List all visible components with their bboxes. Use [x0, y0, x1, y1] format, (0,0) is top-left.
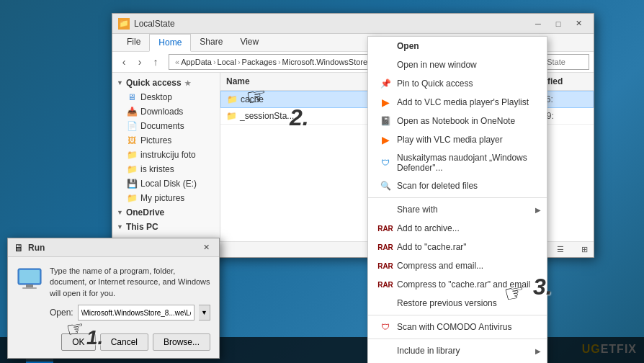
ctx-sep-1: [368, 197, 547, 198]
ctx-library-arrow: ▶: [535, 347, 541, 355]
ctx-compress-email-icon: RAR: [380, 260, 391, 272]
ctx-comodo[interactable]: 🛡 Scan with COMODO Antivirus: [368, 318, 547, 336]
tab-home[interactable]: Home: [149, 34, 191, 52]
ctx-add-archive[interactable]: RAR Add to archive...: [368, 219, 547, 238]
svg-rect-3: [22, 287, 37, 289]
ctx-sep-2: [368, 315, 547, 315]
context-menu: Open Open in new window 📌 Pin to Quick a…: [367, 36, 547, 363]
this-pc-header[interactable]: ▼ This PC: [112, 220, 220, 234]
ctx-onenote-icon: 📓: [380, 115, 391, 127]
up-button[interactable]: ↑: [148, 55, 163, 69]
run-dialog: 🖥 Run ✕ Type the name of a program, fold…: [7, 238, 220, 359]
ctx-compress-cache-icon: RAR: [380, 279, 391, 290]
ctx-restore-icon: [380, 297, 391, 309]
ctx-cache-rar-icon: RAR: [380, 241, 391, 253]
back-button[interactable]: ‹: [117, 55, 131, 69]
sidebar-item-pictures[interactable]: 🖼 Pictures: [112, 133, 220, 148]
run-text-area: Type the name of a program, folder, docu…: [50, 266, 210, 321]
ctx-pin-quick-access[interactable]: 📌 Pin to Quick access: [368, 74, 547, 93]
sidebar-item-my-pictures[interactable]: 📁 My pictures: [112, 191, 220, 205]
is-kristes-folder-icon: 📁: [127, 164, 137, 174]
ctx-restore-versions[interactable]: Restore previous versions: [368, 294, 547, 313]
sidebar-documents-label: Documents: [140, 121, 184, 131]
view-icon-tiles[interactable]: ⊞: [581, 245, 588, 254]
run-path-input[interactable]: [78, 305, 194, 321]
ctx-onenote[interactable]: 📓 Open as Notebook in OneNote: [368, 112, 547, 130]
run-title: Run: [28, 243, 199, 253]
onedrive-header[interactable]: ▼ OneDrive: [112, 205, 220, 220]
this-pc-arrow: ▼: [117, 223, 123, 230]
view-icon-list[interactable]: ☰: [557, 245, 564, 254]
ctx-pin-start[interactable]: Pin to Start: [368, 360, 547, 363]
documents-folder-icon: 📄: [127, 121, 137, 131]
run-body: Type the name of a program, folder, docu…: [8, 257, 219, 329]
ctx-open-new-window[interactable]: Open in new window: [368, 55, 547, 74]
svg-rect-2: [26, 284, 33, 287]
ctx-pin-icon: 📌: [380, 78, 391, 89]
ctx-defender[interactable]: 🛡 Nuskaitymas naudojant „Windows Defende…: [368, 149, 547, 176]
ctx-compress-email[interactable]: RAR Compress and email...: [368, 256, 547, 275]
ctx-new-window-icon: [380, 59, 391, 71]
sidebar-item-local-disk[interactable]: 💾 Local Disk (E:): [112, 176, 220, 191]
sidebar-desktop-label: Desktop: [140, 92, 172, 102]
path-local: Local: [218, 58, 236, 66]
ctx-open[interactable]: Open: [368, 37, 547, 55]
tab-file[interactable]: File: [118, 34, 149, 51]
run-title-icon: 🖥: [14, 242, 24, 254]
quick-access-header[interactable]: ▼ Quick access ★: [112, 76, 220, 90]
run-dropdown[interactable]: ▼: [199, 305, 210, 321]
ctx-add-archive-icon: RAR: [380, 223, 391, 234]
ctx-include-library[interactable]: Include in library ▶: [368, 341, 547, 360]
ctx-open-icon: [380, 40, 391, 52]
titlebar: 📁 LocalState ─ □ ✕: [112, 14, 594, 34]
desktop: 📁 LocalState ─ □ ✕ File Home Share View …: [0, 0, 644, 363]
ctx-comodo-icon: 🛡: [380, 321, 391, 333]
ok-button[interactable]: OK: [61, 333, 95, 351]
sidebar-item-desktop[interactable]: 🖥 Desktop: [112, 90, 220, 104]
onedrive-label: OneDrive: [126, 207, 164, 218]
sidebar-item-downloads[interactable]: 📥 Downloads: [112, 104, 220, 119]
ctx-vlc-playlist[interactable]: ▶ Add to VLC media player's Playlist: [368, 93, 547, 112]
sidebar-downloads-label: Downloads: [140, 107, 183, 117]
sidebar-item-is-kristes[interactable]: 📁 is kristes: [112, 162, 220, 176]
sidebar-item-instrukciju[interactable]: 📁 instrukciju foto: [112, 148, 220, 162]
run-buttons: OK Cancel Browse...: [8, 329, 219, 358]
ctx-vlc-play-icon: ▶: [380, 134, 391, 145]
sidebar-my-pictures-label: My pictures: [140, 193, 184, 203]
ctx-compress-cache-email[interactable]: RAR Compress to "cache.rar" and email: [368, 275, 547, 294]
path-packages: Packages: [242, 58, 277, 66]
ctx-vlc-playlist-icon: ▶: [380, 97, 391, 108]
ctx-share-arrow: ▶: [535, 206, 541, 214]
instrukciju-folder-icon: 📁: [127, 150, 137, 160]
path-appdata: AppData: [181, 58, 212, 66]
maximize-button[interactable]: □: [549, 17, 568, 31]
cancel-button[interactable]: Cancel: [100, 333, 148, 351]
ctx-share-with[interactable]: Share with ▶: [368, 200, 547, 219]
ctx-add-cache-rar[interactable]: RAR Add to "cache.rar": [368, 238, 547, 256]
sidebar-instrukciju-label: instrukciju foto: [140, 150, 196, 160]
onedrive-arrow: ▼: [117, 209, 123, 216]
forward-button[interactable]: ›: [133, 55, 147, 69]
sidebar-item-documents[interactable]: 📄 Documents: [112, 119, 220, 133]
cache-folder-icon: 📁: [227, 94, 238, 104]
tab-view[interactable]: View: [231, 34, 267, 51]
downloads-folder-icon: 📥: [127, 107, 137, 117]
window-icon: 📁: [118, 18, 130, 30]
window-title: LocalState: [134, 19, 529, 29]
ctx-defender-icon: 🛡: [380, 157, 391, 169]
my-pictures-icon: 📁: [127, 193, 137, 203]
sidebar: ▼ Quick access ★ 🖥 Desktop 📥 Downloads 📄…: [112, 73, 220, 241]
tab-share[interactable]: Share: [191, 34, 231, 51]
ctx-vlc-play[interactable]: ▶ Play with VLC media player: [368, 130, 547, 149]
ctx-share-icon: [380, 204, 391, 215]
pictures-folder-icon: 🖼: [127, 135, 137, 145]
minimize-button[interactable]: ─: [529, 17, 547, 31]
ctx-library-icon: [380, 345, 391, 357]
titlebar-buttons: ─ □ ✕: [529, 17, 588, 31]
svg-rect-1: [19, 270, 40, 283]
run-titlebar: 🖥 Run ✕: [8, 238, 219, 257]
close-button[interactable]: ✕: [569, 17, 588, 31]
browse-button[interactable]: Browse...: [153, 333, 210, 351]
ctx-scan-deleted[interactable]: 🔍 Scan for deleted files: [368, 176, 547, 195]
run-close-button[interactable]: ✕: [199, 241, 213, 254]
